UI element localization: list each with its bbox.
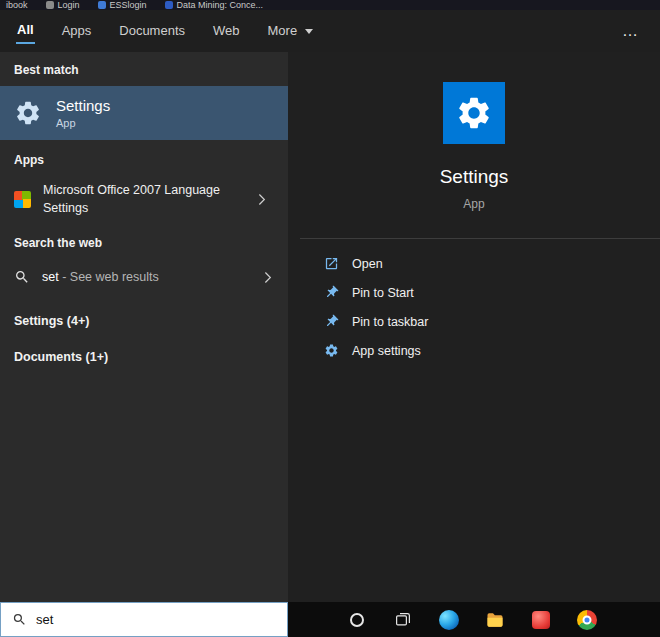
tab-more[interactable]: More: [254, 10, 327, 52]
edge-button[interactable]: [438, 609, 460, 631]
best-match-header: Best match: [0, 52, 288, 86]
task-view-button[interactable]: [392, 609, 414, 631]
office-language-icon: [14, 191, 31, 208]
bookmark-item[interactable]: ESSlogin: [98, 0, 147, 10]
result-office-language-settings[interactable]: Microsoft Office 2007 Language Settings: [0, 176, 288, 223]
preview-panel: Settings App Open Pin to Start Pin to ta…: [288, 52, 660, 602]
action-label: Pin to Start: [352, 286, 414, 300]
result-title: Settings: [56, 97, 110, 114]
bookmark-item[interactable]: Data Mining: Conce...: [165, 0, 264, 10]
tab-web[interactable]: Web: [199, 10, 254, 52]
edge-icon: [439, 610, 459, 630]
result-title: set - See web results: [42, 270, 247, 284]
search-icon: [14, 269, 30, 285]
best-match-result-settings[interactable]: Settings App: [0, 86, 288, 140]
chevron-down-icon: [305, 29, 313, 34]
web-suffix: - See web results: [59, 270, 159, 284]
best-match-text: Settings App: [56, 97, 110, 129]
group-settings[interactable]: Settings (4+): [0, 303, 288, 339]
favicon-icon: [98, 1, 106, 9]
taskbar-search-box[interactable]: [0, 602, 288, 637]
cortana-icon: [350, 613, 364, 627]
favicon-icon: [165, 1, 173, 9]
more-options-button[interactable]: …: [622, 26, 640, 36]
bookmark-item[interactable]: Login: [46, 0, 80, 10]
search-icon: [12, 612, 27, 627]
bookmark-label: Login: [58, 0, 80, 10]
gear-icon: [324, 343, 339, 358]
action-label: Open: [352, 257, 383, 271]
task-view-icon: [394, 611, 412, 629]
search-results-area: Best match Settings App Apps Microsoft O…: [0, 52, 660, 602]
result-web-search[interactable]: set - See web results: [0, 259, 288, 295]
preview-app-name: Settings: [288, 166, 660, 188]
search-the-web-header: Search the web: [0, 223, 288, 259]
settings-app-tile: [443, 82, 505, 144]
pinned-app-icon: [532, 611, 550, 629]
action-label: Pin to taskbar: [352, 315, 428, 329]
web-query: set: [42, 270, 59, 284]
action-pin-to-taskbar[interactable]: Pin to taskbar: [288, 307, 660, 336]
pin-icon: [321, 282, 342, 303]
bookmark-label: ESSlogin: [110, 0, 147, 10]
pinned-app-button[interactable]: [530, 609, 552, 631]
chevron-right-icon: [253, 191, 270, 208]
bookmark-label: Data Mining: Conce...: [177, 0, 264, 10]
action-app-settings[interactable]: App settings: [288, 336, 660, 365]
result-subtitle: App: [56, 117, 110, 129]
chevron-right-icon: [259, 269, 276, 286]
cortana-button[interactable]: [346, 609, 368, 631]
chrome-center-dot: [583, 615, 592, 624]
gear-icon: [14, 99, 42, 127]
tab-documents[interactable]: Documents: [105, 10, 199, 52]
search-input[interactable]: [36, 612, 276, 627]
action-open[interactable]: Open: [288, 249, 660, 278]
search-filter-tabbar: All Apps Documents Web More …: [0, 10, 660, 52]
result-title: Microsoft Office 2007 Language Settings: [43, 182, 241, 217]
taskbar: [0, 602, 660, 637]
result-groups: Settings (4+) Documents (1+): [0, 303, 288, 375]
bookmark-item[interactable]: ibook: [6, 0, 28, 10]
group-documents[interactable]: Documents (1+): [0, 339, 288, 375]
tab-label: More: [267, 19, 299, 43]
open-icon: [324, 256, 339, 271]
browser-bookmarks-bar: ibook Login ESSlogin Data Mining: Conce.…: [0, 0, 660, 10]
tab-all[interactable]: All: [14, 10, 48, 52]
action-label: App settings: [352, 344, 421, 358]
tab-label: Apps: [61, 19, 93, 43]
tab-label: Web: [212, 19, 241, 43]
tab-label: Documents: [118, 19, 186, 43]
preview-app-type: App: [288, 197, 660, 211]
tab-label: All: [16, 18, 35, 44]
tab-apps[interactable]: Apps: [48, 10, 106, 52]
results-panel: Best match Settings App Apps Microsoft O…: [0, 52, 288, 602]
chrome-icon: [577, 610, 597, 630]
pin-icon: [321, 311, 342, 332]
file-explorer-button[interactable]: [484, 609, 506, 631]
favicon-icon: [46, 1, 54, 9]
chrome-button[interactable]: [576, 609, 598, 631]
search-flyout: All Apps Documents Web More … Best match…: [0, 10, 660, 602]
apps-header: Apps: [0, 140, 288, 176]
bookmark-label: ibook: [6, 0, 28, 10]
gear-icon: [455, 94, 493, 132]
action-pin-to-start[interactable]: Pin to Start: [288, 278, 660, 307]
file-explorer-icon: [485, 610, 505, 630]
windows-search-screen: ibook Login ESSlogin Data Mining: Conce.…: [0, 0, 660, 637]
divider: [300, 238, 660, 239]
taskbar-icons: [288, 602, 660, 637]
